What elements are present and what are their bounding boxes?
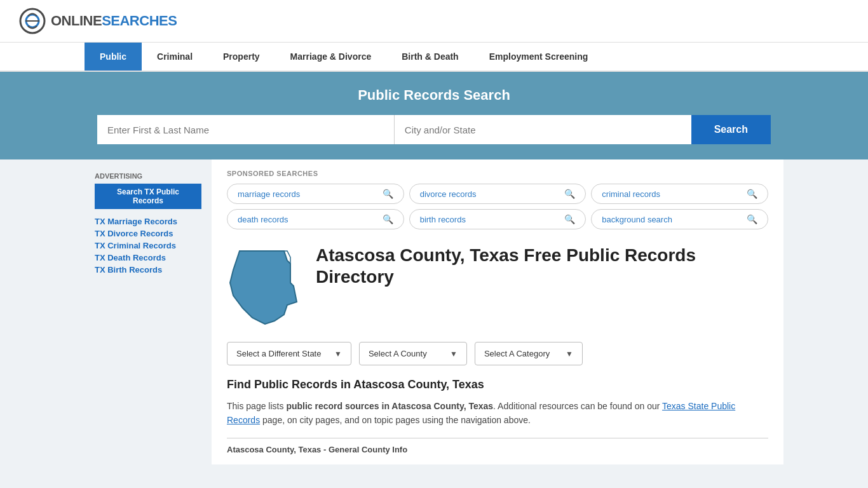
category-dropdown-arrow: ▼ <box>566 349 573 358</box>
tag-marriage[interactable]: marriage records 🔍 <box>227 184 404 204</box>
category-select[interactable]: Select A Category <box>484 349 553 358</box>
location-input[interactable] <box>395 115 691 144</box>
tag-marriage-label: marriage records <box>238 189 300 199</box>
state-dropdown-arrow: ▼ <box>334 349 342 358</box>
logo-brand: ONLINESEARCHES <box>51 13 177 29</box>
find-text-middle: . Additional resources can be found on o… <box>493 401 662 411</box>
search-button[interactable]: Search <box>691 115 771 144</box>
find-title: Find Public Records in Atascosa County, … <box>227 378 768 391</box>
sidebar: Advertising Search TX Public Records TX … <box>85 159 212 464</box>
find-text-bold: public record sources in Atascosa County… <box>286 401 493 411</box>
tag-background[interactable]: background search 🔍 <box>591 209 768 229</box>
logo-online: ONLINE <box>51 13 102 29</box>
state-dropdown[interactable]: Select a Different State ▼ <box>227 342 351 365</box>
tag-criminal-label: criminal records <box>602 189 660 199</box>
nav-inner: Public Criminal Property Marriage & Divo… <box>85 43 783 71</box>
sidebar-link-birth[interactable]: TX Birth Records <box>95 265 201 274</box>
search-icon-divorce: 🔍 <box>564 189 575 199</box>
tag-death-label: death records <box>238 215 288 224</box>
search-bar: Search <box>97 115 771 144</box>
search-tags: marriage records 🔍 divorce records 🔍 cri… <box>227 184 768 229</box>
dropdowns: Select a Different State ▼ Select A Coun… <box>227 342 768 365</box>
sidebar-ad-button[interactable]: Search TX Public Records <box>95 184 201 209</box>
tag-divorce-label: divorce records <box>420 189 477 199</box>
sidebar-ad-label: Advertising <box>95 172 201 180</box>
nav-item-criminal[interactable]: Criminal <box>142 43 208 71</box>
sidebar-link-divorce[interactable]: TX Divorce Records <box>95 229 201 238</box>
texas-map <box>227 245 303 329</box>
nav-item-marriage[interactable]: Marriage & Divorce <box>275 43 387 71</box>
tag-death[interactable]: death records 🔍 <box>227 209 404 229</box>
nav-item-birth[interactable]: Birth & Death <box>386 43 473 71</box>
texas-map-svg <box>227 245 303 327</box>
search-icon-death: 🔍 <box>383 214 393 224</box>
state-select[interactable]: Select a Different State <box>236 349 322 358</box>
search-icon-marriage: 🔍 <box>383 189 393 199</box>
logo-searches: SEARCHES <box>102 13 177 29</box>
content-area: SPONSORED SEARCHES marriage records 🔍 di… <box>212 159 783 464</box>
section-header: Atascosa County, Texas - General County … <box>227 438 768 454</box>
search-icon-criminal: 🔍 <box>747 189 757 199</box>
hero-section: Public Records Search Search <box>0 72 868 159</box>
county-dropdown-arrow: ▼ <box>450 349 458 358</box>
tag-divorce[interactable]: divorce records 🔍 <box>409 184 587 204</box>
tag-birth-label: birth records <box>420 215 466 224</box>
nav-item-public[interactable]: Public <box>85 43 142 71</box>
hero-title: Public Records Search <box>19 87 849 104</box>
search-icon-background: 🔍 <box>747 214 757 224</box>
page-title: Atascosa County, Texas Free Public Recor… <box>316 245 768 287</box>
sidebar-link-death[interactable]: TX Death Records <box>95 253 201 262</box>
category-dropdown[interactable]: Select A Category ▼ <box>475 342 583 365</box>
sidebar-link-marriage[interactable]: TX Marriage Records <box>95 217 201 226</box>
page-header: Atascosa County, Texas Free Public Recor… <box>227 245 768 329</box>
find-text-after: page, on city pages, and on topic pages … <box>260 415 531 425</box>
sponsored-label: SPONSORED SEARCHES <box>227 170 768 177</box>
main-nav: Public Criminal Property Marriage & Divo… <box>0 43 868 72</box>
sidebar-link-criminal[interactable]: TX Criminal Records <box>95 241 201 250</box>
tag-birth[interactable]: birth records 🔍 <box>409 209 587 229</box>
section-header-title: Atascosa County, Texas - General County … <box>227 445 768 454</box>
nav-item-property[interactable]: Property <box>208 43 275 71</box>
tag-background-label: background search <box>602 215 672 224</box>
logo-icon <box>19 8 46 34</box>
find-text-before: This page lists <box>227 401 286 411</box>
header: ONLINESEARCHES <box>0 0 868 43</box>
find-description: This page lists public record sources in… <box>227 399 768 428</box>
county-dropdown[interactable]: Select A County ▼ <box>359 342 467 365</box>
nav-item-employment[interactable]: Employment Screening <box>474 43 604 71</box>
logo: ONLINESEARCHES <box>19 8 177 34</box>
search-icon-birth: 🔍 <box>564 214 575 224</box>
name-input[interactable] <box>97 115 395 144</box>
main-wrapper: Advertising Search TX Public Records TX … <box>85 159 783 464</box>
county-select[interactable]: Select A County <box>369 349 437 358</box>
tag-criminal[interactable]: criminal records 🔍 <box>591 184 768 204</box>
